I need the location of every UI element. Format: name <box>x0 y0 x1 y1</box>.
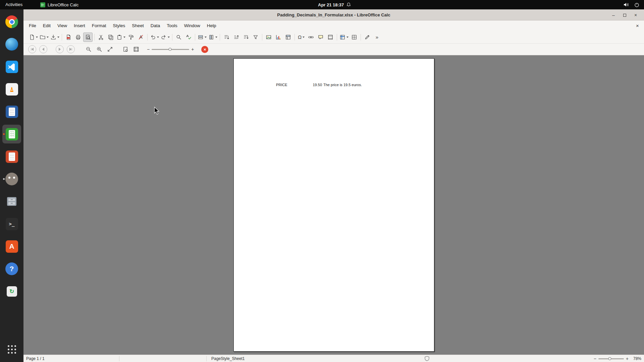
hyperlink-button[interactable] <box>306 33 316 42</box>
dock-item-ubuntu-software[interactable]: A <box>2 237 21 256</box>
close-document-button[interactable]: × <box>634 22 641 29</box>
zoom-out-label[interactable]: − <box>592 356 598 361</box>
menu-data[interactable]: Data <box>147 21 164 30</box>
dock-item-libreoffice-impress[interactable] <box>2 147 21 166</box>
dock-item-libreoffice-writer[interactable] <box>2 102 21 121</box>
save-button[interactable] <box>50 33 60 42</box>
dropdown-caret-icon[interactable] <box>205 37 207 38</box>
dropdown-caret-icon[interactable] <box>47 37 49 38</box>
page-style-status[interactable]: PageStyle_Sheet1 <box>211 355 245 362</box>
page-count-status[interactable]: Page 1 / 1 <box>26 355 45 362</box>
zoom-in-button[interactable] <box>95 45 104 54</box>
next-page-button[interactable] <box>56 45 64 53</box>
menu-format[interactable]: Format <box>89 21 110 30</box>
maximize-button[interactable] <box>621 11 628 19</box>
slider-plus-label[interactable]: + <box>189 47 196 52</box>
clock-menu[interactable]: Apr 21 18:37 <box>318 0 351 9</box>
full-screen-button[interactable] <box>105 45 115 54</box>
menu-window[interactable]: Window <box>181 21 204 30</box>
zoom-percent-status[interactable]: 78% <box>633 355 641 362</box>
redo-button[interactable] <box>160 33 170 42</box>
menu-insert[interactable]: Insert <box>70 21 89 30</box>
sort-ascending-button[interactable] <box>231 33 241 42</box>
power-icon[interactable] <box>634 2 639 7</box>
dock-item-trash[interactable]: ↻ <box>2 282 21 301</box>
digital-signature-icon[interactable] <box>425 356 429 361</box>
first-page-button[interactable] <box>28 45 36 53</box>
paste-button[interactable] <box>116 33 126 42</box>
cut-button[interactable] <box>96 33 106 42</box>
dropdown-caret-icon[interactable] <box>123 37 125 38</box>
dock-item-app-grid[interactable] <box>2 340 21 359</box>
insert-column-button[interactable] <box>208 33 218 42</box>
insert-chart-button[interactable] <box>274 33 283 42</box>
zoom-in-label[interactable]: + <box>624 356 631 361</box>
activities-button[interactable]: Activities <box>5 0 22 9</box>
headers-footers-button[interactable] <box>326 33 335 42</box>
special-character-button[interactable]: Ω <box>297 33 306 42</box>
slider-minus-label[interactable]: − <box>145 47 152 52</box>
dock-item-libreoffice-calc[interactable] <box>2 125 21 143</box>
sort-descending-button[interactable] <box>241 33 251 42</box>
volume-icon[interactable] <box>624 2 629 7</box>
menu-styles[interactable]: Styles <box>110 21 129 30</box>
export-pdf-button[interactable] <box>64 33 73 42</box>
minimize-button[interactable]: – <box>610 11 617 19</box>
insert-comment-button[interactable] <box>316 33 325 42</box>
insert-image-button[interactable] <box>264 33 273 42</box>
zoom-slider-handle[interactable] <box>169 48 172 51</box>
menu-edit[interactable]: Edit <box>40 21 54 30</box>
dropdown-caret-icon[interactable] <box>346 37 348 38</box>
dock-item-vlc[interactable] <box>2 80 21 99</box>
menu-view[interactable]: View <box>54 21 70 30</box>
zoom-slider-handle[interactable] <box>608 357 611 360</box>
zoom-slider-track[interactable] <box>152 49 189 50</box>
open-button[interactable] <box>39 33 49 42</box>
dock-item-chrome[interactable] <box>2 12 21 31</box>
close-preview-button[interactable]: × <box>201 46 208 53</box>
zoom-slider-track[interactable] <box>598 358 624 359</box>
split-window-button[interactable] <box>350 33 359 42</box>
dropdown-caret-icon[interactable] <box>157 37 159 38</box>
pivot-table-button[interactable] <box>283 33 293 42</box>
clone-formatting-button[interactable] <box>126 33 136 42</box>
focused-app-indicator[interactable]: LibreOffice Calc <box>40 0 78 9</box>
freeze-panes-button[interactable] <box>339 33 349 42</box>
insert-row-button[interactable] <box>197 33 207 42</box>
dock-item-help[interactable]: ? <box>2 259 21 278</box>
dropdown-caret-icon[interactable] <box>303 37 305 38</box>
margins-button[interactable] <box>131 45 141 54</box>
draw-functions-button[interactable] <box>363 33 372 42</box>
menu-help[interactable]: Help <box>204 21 220 30</box>
autofilter-button[interactable] <box>251 33 260 42</box>
menu-tools[interactable]: Tools <box>163 21 181 30</box>
new-button[interactable] <box>28 33 39 42</box>
clear-formatting-button[interactable] <box>136 33 146 42</box>
format-page-button[interactable] <box>121 45 130 54</box>
window-close-button[interactable]: × <box>632 11 639 19</box>
dock-item-files[interactable] <box>2 192 21 211</box>
copy-button[interactable] <box>106 33 115 42</box>
last-page-button[interactable] <box>67 45 75 53</box>
preview-zoom-slider[interactable]: − + <box>145 47 196 52</box>
status-zoom-slider[interactable]: − + <box>592 355 631 362</box>
dock-item-terminal[interactable]: >_ <box>2 215 21 233</box>
find-replace-button[interactable] <box>174 33 183 42</box>
title-bar[interactable]: Padding_Decimals_In_Formular.xlsx - Libr… <box>23 9 644 20</box>
dock-item-vscode[interactable] <box>2 57 21 76</box>
menu-file[interactable]: File <box>25 21 40 30</box>
spelling-button[interactable] <box>184 33 193 42</box>
print-preview-button[interactable] <box>83 33 93 42</box>
toolbar-overflow-button[interactable]: » <box>372 33 382 42</box>
dropdown-caret-icon[interactable] <box>57 37 59 38</box>
sort-button[interactable] <box>222 33 231 42</box>
dropdown-caret-icon[interactable] <box>168 37 170 38</box>
previous-page-button[interactable] <box>39 45 47 53</box>
dropdown-caret-icon[interactable] <box>36 37 38 38</box>
dock-item-thunderbird[interactable] <box>2 35 21 54</box>
undo-button[interactable] <box>149 33 160 42</box>
zoom-out-button[interactable] <box>84 45 93 54</box>
print-button[interactable] <box>73 33 83 42</box>
dock-item-gimp[interactable] <box>2 170 21 188</box>
preview-canvas[interactable]: PRICE 19.50 The price is 19.5 euros. <box>23 55 644 355</box>
